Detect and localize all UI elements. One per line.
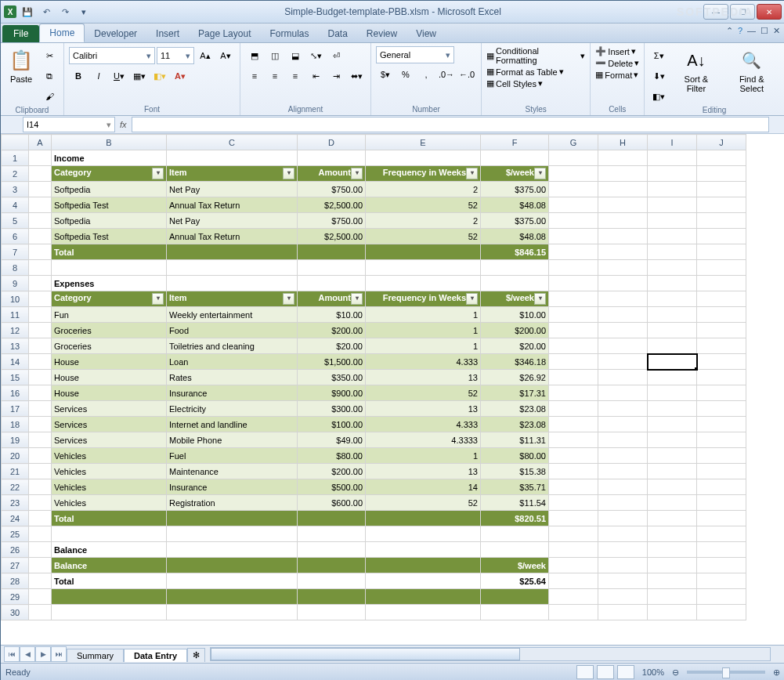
cell-H18[interactable] [598,417,648,432]
cell-I9[interactable] [648,276,697,291]
cell-H23[interactable] [598,495,648,511]
cell-C23[interactable]: Registration [167,495,298,511]
cell-A13[interactable] [29,338,52,354]
cell-G27[interactable] [549,558,598,573]
cell-C1[interactable] [167,150,298,166]
filter-dropdown-icon[interactable]: ▾ [534,168,546,179]
cell-I24[interactable] [648,511,697,526]
cell-I16[interactable] [648,385,697,401]
review-tab[interactable]: Review [357,25,406,42]
cell-B28[interactable]: Total [52,573,167,589]
cell-G4[interactable] [549,197,598,213]
cell-A22[interactable] [29,479,52,495]
cell-J8[interactable] [697,260,746,276]
col-header-F[interactable]: F [481,135,549,150]
cell-B19[interactable]: Services [52,432,167,448]
cell-E20[interactable]: 1 [366,448,481,464]
row-header-5[interactable]: 5 [2,213,29,229]
row-header-13[interactable]: 13 [2,338,29,354]
increase-indent-icon[interactable]: ⇥ [327,67,345,85]
cell-D23[interactable]: $600.00 [298,495,366,511]
cell-E27[interactable] [366,558,481,573]
cell-A23[interactable] [29,495,52,511]
cell-D8[interactable] [298,260,366,276]
cell-G14[interactable] [549,354,598,370]
close-button[interactable]: ✕ [757,4,782,20]
row-header-8[interactable]: 8 [2,260,29,276]
cell-H3[interactable] [598,182,648,197]
row-header-6[interactable]: 6 [2,229,29,244]
fill-color-button[interactable]: ◧▾ [150,67,169,85]
cell-I15[interactable] [648,370,697,385]
zoom-out-button[interactable]: ⊖ [672,667,679,678]
cell-I12[interactable] [648,323,697,338]
align-middle-icon[interactable]: ◫ [266,46,284,65]
cell-G7[interactable] [549,244,598,260]
developer-tab[interactable]: Developer [85,25,146,42]
cell-E26[interactable] [366,542,481,558]
horizontal-scrollbar[interactable] [210,647,771,661]
cell-J21[interactable] [697,464,746,479]
cell-B14[interactable]: House [52,354,167,370]
cell-J25[interactable] [697,526,746,542]
row-header-9[interactable]: 9 [2,276,29,291]
cell-H26[interactable] [598,542,648,558]
cell-J20[interactable] [697,448,746,464]
cell-J9[interactable] [697,276,746,291]
cell-J23[interactable] [697,495,746,511]
row-header-12[interactable]: 12 [2,323,29,338]
cell-G1[interactable] [549,150,598,166]
name-box[interactable]: I14▾ [23,117,115,132]
cell-B16[interactable]: House [52,385,167,401]
filter-dropdown-icon[interactable]: ▾ [283,293,294,305]
filter-dropdown-icon[interactable]: ▾ [466,293,478,305]
cell-E18[interactable]: 4.333 [366,417,481,432]
cell-A21[interactable] [29,464,52,479]
cell-E3[interactable]: 2 [366,182,481,197]
cell-H7[interactable] [598,244,648,260]
cell-B27[interactable]: Balance [52,558,167,573]
cell-H15[interactable] [598,370,648,385]
cell-G12[interactable] [549,323,598,338]
row-header-22[interactable]: 22 [2,479,29,495]
cell-H25[interactable] [598,526,648,542]
font-size-combo[interactable]: 11▾ [157,47,194,64]
cell-B17[interactable]: Services [52,401,167,417]
row-header-19[interactable]: 19 [2,432,29,448]
filter-dropdown-icon[interactable]: ▾ [466,168,478,179]
cell-H1[interactable] [598,150,648,166]
sort-filter-button[interactable]: A↓ Sort & Filter [671,46,721,95]
cell-C28[interactable] [167,573,298,589]
insert-cells-button[interactable]: ➕ Insert ▾ [595,46,636,56]
cell-I6[interactable] [648,229,697,244]
cell-J2[interactable] [697,166,746,182]
cell-I30[interactable] [648,605,697,620]
cell-J10[interactable] [697,291,746,307]
cell-D20[interactable]: $80.00 [298,448,366,464]
cell-F18[interactable]: $23.08 [481,417,549,432]
row-header-29[interactable]: 29 [2,589,29,605]
cell-D7[interactable] [298,244,366,260]
filter-dropdown-icon[interactable]: ▾ [534,293,546,305]
font-name-combo[interactable]: Calibri▾ [69,47,155,64]
cell-E9[interactable] [366,276,481,291]
cell-H16[interactable] [598,385,648,401]
cell-I27[interactable] [648,558,697,573]
cell-C12[interactable]: Food [167,323,298,338]
cell-I2[interactable] [648,166,697,182]
row-header-16[interactable]: 16 [2,385,29,401]
cell-F25[interactable] [481,526,549,542]
cell-B10[interactable]: Category▾ [52,291,167,307]
cell-A18[interactable] [29,417,52,432]
data-tab[interactable]: Data [318,25,356,42]
cell-I5[interactable] [648,213,697,229]
sheet-nav-first[interactable]: ⏮ [4,646,20,662]
col-header-G[interactable]: G [549,135,598,150]
cell-C2[interactable]: Item▾ [167,166,298,182]
filter-dropdown-icon[interactable]: ▾ [351,168,363,179]
cell-G19[interactable] [549,432,598,448]
percent-icon[interactable]: % [396,65,415,84]
cell-D22[interactable]: $500.00 [298,479,366,495]
align-top-icon[interactable]: ⬒ [245,46,264,65]
minimize-button[interactable]: — [703,4,728,20]
